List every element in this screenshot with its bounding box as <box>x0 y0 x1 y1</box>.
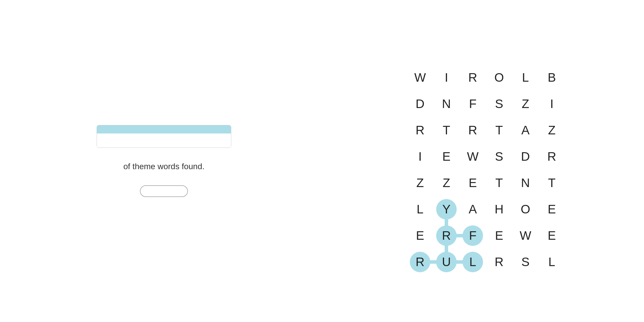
grid-cell[interactable]: I <box>539 91 565 117</box>
grid-cell[interactable]: R <box>407 117 433 143</box>
found-suffix: theme words found. <box>133 162 205 171</box>
grid-cell[interactable]: R <box>539 143 565 170</box>
grid-cell[interactable]: W <box>407 64 433 91</box>
grid-cell[interactable]: U <box>433 249 460 275</box>
theme-card-body <box>97 133 231 148</box>
grid-cell[interactable]: N <box>512 170 539 196</box>
main-container: of theme words found. WIROLBDNFSZIRTRTAZ… <box>0 0 644 322</box>
grid-cell[interactable]: L <box>512 64 539 91</box>
left-panel: of theme words found. <box>0 107 328 215</box>
grid-cell[interactable]: E <box>539 222 565 249</box>
grid-cell[interactable]: B <box>539 64 565 91</box>
grid-cell[interactable]: I <box>433 64 460 91</box>
grid-cell[interactable]: Z <box>539 117 565 143</box>
grid-cell[interactable]: E <box>433 143 460 170</box>
grid-cell[interactable]: L <box>460 249 486 275</box>
grid-cell[interactable]: Y <box>433 196 460 222</box>
grid-cell[interactable]: N <box>433 91 460 117</box>
theme-card-header <box>97 125 231 133</box>
theme-card <box>97 125 231 148</box>
grid-cell[interactable]: T <box>433 117 460 143</box>
highlighted-cell[interactable]: Y <box>436 199 457 220</box>
grid-cell[interactable]: F <box>460 222 486 249</box>
grid-cell[interactable]: W <box>512 222 539 249</box>
grid-cell[interactable]: T <box>539 170 565 196</box>
grid-cell[interactable]: H <box>486 196 512 222</box>
grid-cell[interactable]: Z <box>433 170 460 196</box>
grid-cell[interactable]: R <box>486 249 512 275</box>
grid-container: WIROLBDNFSZIRTRTAZIEWSDRZZETNTLYAHOEERFE… <box>407 64 565 275</box>
grid-cell[interactable]: S <box>512 249 539 275</box>
grid-cell[interactable]: S <box>486 91 512 117</box>
grid-cell[interactable]: Z <box>512 91 539 117</box>
grid-cell[interactable]: E <box>539 196 565 222</box>
highlighted-cell[interactable]: F <box>463 225 483 246</box>
grid-cell[interactable]: E <box>486 222 512 249</box>
grid-cell[interactable]: R <box>460 64 486 91</box>
highlighted-cell[interactable]: R <box>436 225 457 246</box>
grid-cell[interactable]: E <box>460 170 486 196</box>
grid-cell[interactable]: T <box>486 117 512 143</box>
letter-grid: WIROLBDNFSZIRTRTAZIEWSDRZZETNTLYAHOEERFE… <box>407 64 565 275</box>
grid-cell[interactable]: L <box>539 249 565 275</box>
grid-cell[interactable]: D <box>407 91 433 117</box>
grid-cell[interactable]: A <box>460 196 486 222</box>
grid-cell[interactable]: R <box>407 249 433 275</box>
grid-cell[interactable]: W <box>460 143 486 170</box>
grid-cell[interactable]: T <box>486 170 512 196</box>
found-text: of theme words found. <box>123 162 204 171</box>
grid-cell[interactable]: O <box>512 196 539 222</box>
grid-cell[interactable]: F <box>460 91 486 117</box>
right-panel: WIROLBDNFSZIRTRTAZIEWSDRZZETNTLYAHOEERFE… <box>328 35 644 287</box>
grid-cell[interactable]: O <box>486 64 512 91</box>
grid-cell[interactable]: R <box>460 117 486 143</box>
highlighted-cell[interactable]: L <box>463 252 483 272</box>
highlighted-cell[interactable]: R <box>410 252 430 272</box>
grid-cell[interactable]: I <box>407 143 433 170</box>
grid-cell[interactable]: L <box>407 196 433 222</box>
grid-cell[interactable]: S <box>486 143 512 170</box>
grid-cell[interactable]: R <box>433 222 460 249</box>
highlighted-cell[interactable]: U <box>436 252 457 272</box>
grid-cell[interactable]: Z <box>407 170 433 196</box>
grid-cell[interactable]: E <box>407 222 433 249</box>
grid-cell[interactable]: D <box>512 143 539 170</box>
hint-button[interactable] <box>140 185 188 197</box>
grid-cell[interactable]: A <box>512 117 539 143</box>
found-of: of <box>123 162 132 171</box>
